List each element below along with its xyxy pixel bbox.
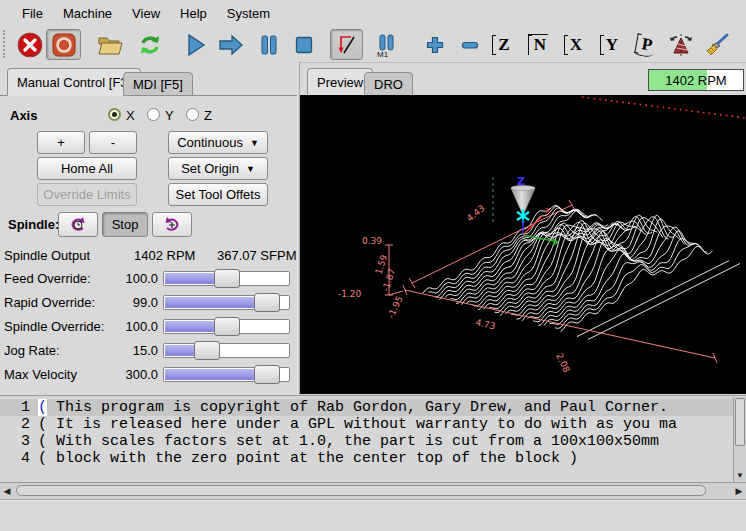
jog-increment-dropdown[interactable]: Continuous▼ [168, 131, 268, 154]
svg-text:M1: M1 [377, 50, 389, 58]
vscroll-thumb[interactable] [735, 398, 745, 446]
axis-main-window: File Machine View Help System [0, 0, 746, 531]
left-tab-bar: Manual Control [F3] MDI [F5] [0, 66, 297, 96]
gcode-line[interactable]: 3( With scales factors set at 1.0, the p… [0, 433, 733, 450]
slider-handle[interactable] [254, 293, 280, 312]
svg-text:2.08: 2.08 [554, 352, 572, 375]
spindle-override-label: Spindle Override: [4, 319, 104, 334]
tab-manual-control[interactable]: Manual Control [F3] [7, 68, 141, 96]
z-axis-label: Z [517, 175, 525, 188]
letter-n-icon: N [534, 36, 546, 53]
power-icon [52, 33, 76, 57]
max-velocity-slider[interactable] [163, 367, 290, 382]
machine-power-button[interactable] [46, 29, 81, 60]
view-p-button[interactable]: P [632, 29, 662, 60]
svg-text:4.43: 4.43 [465, 203, 487, 224]
set-origin-dropdown[interactable]: Set Origin▼ [168, 157, 268, 180]
spindle-override-value: 100.0 [98, 319, 158, 334]
folder-open-icon [96, 33, 124, 57]
svg-text:4.73: 4.73 [475, 317, 497, 331]
gcode-listing[interactable]: 1( This program is copyright of Rab Gord… [0, 395, 746, 500]
view-x-button[interactable]: X [561, 29, 591, 60]
jog-minus-button[interactable]: - [89, 131, 137, 154]
max-velocity-value: 300.0 [98, 367, 158, 382]
optional-pause-toggle[interactable]: M1 [371, 29, 403, 60]
radio-axis-x[interactable] [108, 108, 121, 121]
machine-limits-line [582, 97, 746, 118]
spindle-reverse-button[interactable] [58, 212, 98, 237]
dimension-lines [385, 200, 717, 363]
menu-bar: File Machine View Help System [0, 0, 746, 27]
menu-machine[interactable]: Machine [53, 2, 122, 25]
svg-text:0.39: 0.39 [362, 236, 382, 246]
feed-override-slider[interactable] [163, 271, 290, 286]
hscroll-right-arrow[interactable]: ▶ [732, 484, 746, 498]
feed-override-value: 100.0 [98, 271, 158, 286]
skip-slash-icon [335, 33, 359, 57]
spindle-forward-button[interactable] [152, 212, 192, 237]
menu-file[interactable]: File [12, 2, 53, 25]
slider-handle[interactable] [214, 269, 240, 288]
stop-program-button[interactable] [288, 29, 320, 60]
slider-handle[interactable] [254, 365, 280, 384]
view-y-button[interactable]: Y [597, 29, 627, 60]
toolbar: M1 Z N X Y P [0, 27, 746, 63]
menu-system[interactable]: System [217, 2, 280, 25]
home-all-button[interactable]: Home All [37, 157, 137, 180]
zoom-in-button[interactable] [419, 29, 451, 60]
rapid-override-slider[interactable] [163, 295, 290, 310]
spindle-label: Spindle: [8, 217, 59, 232]
gcode-line[interactable]: 2( It is released here under a GPL witho… [0, 416, 733, 433]
manual-control-panel: Manual Control [F3] MDI [F5] Axis X Y Z … [0, 62, 297, 395]
pause-button[interactable] [253, 29, 285, 60]
skip-lines-toggle[interactable] [330, 29, 363, 60]
backplot-preview[interactable]: 0.391.59-1.87-1.20-1.954.732.084.43 Z x [300, 95, 746, 394]
pause-icon [259, 34, 279, 56]
letter-z-icon: Z [498, 36, 509, 53]
gcode-line[interactable]: 1( This program is copyright of Rab Gord… [0, 399, 733, 416]
rotate-cone-icon [667, 32, 695, 58]
view-z-button[interactable]: Z [489, 29, 519, 60]
hscroll-thumb[interactable] [16, 485, 706, 496]
tab-mdi[interactable]: MDI [F5] [123, 72, 193, 96]
zoom-out-button[interactable] [454, 29, 486, 60]
jog-plus-button[interactable]: + [37, 131, 85, 154]
spindle-ccw-icon [68, 216, 88, 234]
slider-handle[interactable] [194, 341, 220, 360]
view-z2-button[interactable]: N [525, 29, 555, 60]
jog-rate-slider[interactable] [163, 343, 290, 358]
menu-view[interactable]: View [122, 2, 170, 25]
radio-axis-z[interactable] [186, 108, 199, 121]
letter-x-icon: X [570, 36, 582, 53]
clear-plot-button[interactable] [701, 29, 733, 60]
gcode-horizontal-scrollbar[interactable]: ◀ ▶ [0, 482, 746, 498]
rapid-override-value: 99.0 [98, 295, 158, 310]
chevron-down-icon: ▼ [250, 138, 259, 148]
step-button[interactable] [215, 29, 247, 60]
status-bar [0, 500, 746, 531]
run-button[interactable] [180, 29, 212, 60]
spindle-rpm-meter: 1402 RPM [648, 69, 744, 91]
tab-dro[interactable]: DRO [364, 72, 413, 96]
gcode-vertical-scrollbar[interactable]: ▼ [733, 397, 746, 482]
rotate-view-button[interactable] [665, 29, 697, 60]
minus-icon [460, 35, 480, 55]
open-file-button[interactable] [94, 29, 126, 60]
spindle-override-slider[interactable] [163, 319, 290, 334]
reload-button[interactable] [134, 29, 166, 60]
menu-help[interactable]: Help [170, 2, 217, 25]
radio-axis-y[interactable] [147, 108, 160, 121]
jog-rate-label: Jog Rate: [4, 343, 60, 358]
slider-handle[interactable] [214, 317, 240, 336]
hscroll-left-arrow[interactable]: ◀ [0, 484, 14, 498]
vscroll-down-arrow[interactable]: ▼ [734, 469, 746, 482]
set-tool-offsets-button[interactable]: Set Tool Offets [168, 183, 268, 206]
feed-override-label: Feed Override: [4, 271, 91, 286]
spindle-output-rpm: 1402 RPM [134, 248, 195, 263]
spindle-output-label: Spindle Output [4, 248, 90, 263]
gcode-line[interactable]: 4( block with the zero point at the cent… [0, 450, 733, 467]
toolbar-grip[interactable] [3, 30, 8, 58]
gcode-text[interactable]: 1( This program is copyright of Rab Gord… [0, 399, 733, 481]
estop-button[interactable] [14, 29, 46, 60]
spindle-stop-button[interactable]: Stop [102, 212, 148, 237]
